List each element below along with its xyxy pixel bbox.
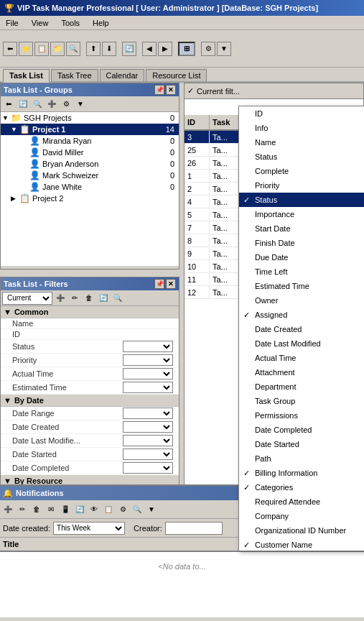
dropdown-item-finish-date[interactable]: Finish Date [239, 236, 364, 250]
notif-delete-btn[interactable]: 🗑 [30, 503, 43, 516]
groups-add-btn[interactable]: ➕ [45, 98, 58, 111]
notif-filter-date-select[interactable]: This Week Today Last Week This Month [53, 522, 125, 535]
dropdown-item-owner[interactable]: Owner [239, 293, 364, 308]
notif-creator-input[interactable] [165, 522, 223, 535]
dropdown-item-id[interactable]: ID [239, 106, 364, 121]
dropdown-item-department[interactable]: Department [239, 380, 364, 394]
toolbar-btn-8[interactable]: 🔄 [122, 42, 136, 56]
notif-edit-btn[interactable]: ✏ [16, 503, 29, 516]
groups-settings-btn[interactable]: ⚙ [60, 98, 73, 111]
tree-item-bryan[interactable]: 👤 Bryan Anderson 0 [1, 158, 179, 170]
dropdown-item-estimated-time[interactable]: Estimated Time [239, 279, 364, 293]
filter-select-date-last-modified[interactable] [123, 435, 173, 446]
panel-pin-btn[interactable]: 📌 [154, 85, 164, 95]
groups-search-btn[interactable]: 🔍 [31, 98, 44, 111]
dropdown-item-date-last-modified[interactable]: Date Last Modified [239, 336, 364, 351]
menu-item-tools[interactable]: Tools [58, 18, 83, 28]
groups-more-btn[interactable]: ▼ [74, 98, 87, 111]
toolbar-btn-6[interactable]: ⬆ [86, 42, 101, 56]
filter-delete-btn[interactable]: 🗑 [83, 292, 95, 305]
notif-add-btn[interactable]: ➕ [1, 503, 14, 516]
notif-filter-btn[interactable]: 🔍 [131, 503, 144, 516]
toolbar-btn-1[interactable]: ⬅ [3, 42, 17, 56]
tree-item-sgp[interactable]: ▼ 📁 SGH Projects 0 [1, 112, 179, 124]
dropdown-item-start-date[interactable]: Start Date [239, 221, 364, 236]
toolbar-btn-3[interactable]: 📋 [34, 42, 49, 56]
toolbar-btn-5[interactable]: 🔍 [66, 42, 80, 56]
dropdown-item-time-left[interactable]: Time Left [239, 264, 364, 279]
dropdown-item-task-group[interactable]: Task Group [239, 394, 364, 408]
notif-settings-btn[interactable]: ⚙ [116, 503, 129, 516]
tab-calendar[interactable]: Calendar [100, 69, 145, 81]
notif-mail-btn[interactable]: ✉ [45, 503, 57, 516]
toolbar-btn-12[interactable]: ⚙ [201, 42, 215, 56]
menu-item-help[interactable]: Help [90, 18, 112, 28]
toolbar-btn-7[interactable]: ⬇ [102, 42, 116, 56]
filter-select-actual-time[interactable] [123, 368, 173, 380]
filter-add-btn[interactable]: ➕ [54, 292, 67, 305]
notif-view-btn[interactable]: 👁 [88, 503, 101, 516]
dropdown-item-due-date[interactable]: Due Date [239, 250, 364, 264]
filter-close-btn[interactable]: ✕ [166, 279, 176, 289]
tree-item-project2[interactable]: ▶ 📋 Project 2 [1, 193, 179, 204]
filter-search-btn[interactable]: 🔍 [111, 292, 124, 305]
dropdown-item-customer-name[interactable]: ✓ Customer Name [239, 538, 364, 551]
dropdown-item-complete[interactable]: Complete [239, 164, 364, 178]
filter-select-priority[interactable] [123, 354, 173, 366]
filter-select-date-started[interactable] [123, 448, 173, 460]
groups-back-btn[interactable]: ⬅ [2, 98, 15, 111]
tree-item-jane[interactable]: 👤 Jane White 0 [1, 181, 179, 193]
dropdown-item-attachment[interactable]: Attachment [239, 365, 364, 380]
filter-refresh-btn[interactable]: 🔄 [97, 292, 110, 305]
dropdown-item-company[interactable]: Company [239, 509, 364, 523]
toolbar-btn-2[interactable]: ⭐ [19, 42, 33, 56]
dropdown-item-status-checked[interactable]: ✓ Status [239, 193, 364, 207]
dropdown-item-name[interactable]: Name [239, 135, 364, 150]
notif-refresh-btn[interactable]: 🔄 [73, 503, 86, 516]
filter-select-status[interactable] [123, 341, 173, 352]
filter-select-date-created[interactable] [123, 421, 173, 433]
dropdown-item-status-unchecked[interactable]: Status [239, 150, 364, 164]
tree-item-mark[interactable]: 👤 Mark Schweizer 0 [1, 170, 179, 181]
dropdown-item-date-started[interactable]: Date Started [239, 437, 364, 451]
dropdown-item-priority[interactable]: Priority [239, 178, 364, 193]
dropdown-item-permissions[interactable]: Permissions [239, 408, 364, 423]
notif-extra-btn[interactable]: ▼ [145, 503, 158, 516]
dropdown-item-required-attendee[interactable]: Required Attendee [239, 494, 364, 509]
dropdown-item-billing-info[interactable]: ✓ Billing Information [239, 466, 364, 480]
column-chooser-dropdown[interactable]: ID Info Name Status Complete Priority ✓ … [238, 106, 364, 551]
tab-resource-list[interactable]: Resource List [146, 69, 207, 81]
tab-task-tree[interactable]: Task Tree [51, 69, 98, 81]
dropdown-item-info[interactable]: Info [239, 121, 364, 135]
filter-select-est-time[interactable] [123, 382, 173, 393]
dropdown-item-date-completed[interactable]: Date Completed [239, 423, 364, 437]
toolbar-column-chooser[interactable]: ⊞ [178, 42, 195, 56]
dropdown-item-assigned[interactable]: ✓ Assigned [239, 308, 364, 322]
tree-item-david[interactable]: 👤 David Miller 0 [1, 147, 179, 158]
dropdown-item-importance[interactable]: Importance [239, 207, 364, 221]
filter-section-common[interactable]: ▼ Common [1, 306, 179, 318]
menu-item-view[interactable]: View [29, 18, 52, 28]
notif-sms-btn[interactable]: 📱 [59, 503, 72, 516]
filter-edit-btn[interactable]: ✏ [68, 292, 81, 305]
toolbar-btn-4[interactable]: 📁 [50, 42, 65, 56]
toolbar-btn-13[interactable]: ▼ [217, 42, 231, 56]
toolbar-btn-10[interactable]: ▶ [158, 42, 172, 56]
tree-item-miranda[interactable]: 👤 Miranda Ryan 0 [1, 135, 179, 147]
panel-close-btn[interactable]: ✕ [166, 85, 176, 95]
filter-select-date-completed[interactable] [123, 462, 173, 474]
notif-more-btn[interactable]: 📋 [102, 503, 115, 516]
filter-current-select[interactable]: Current All [2, 292, 52, 305]
toolbar-btn-9[interactable]: ◀ [142, 42, 157, 56]
task-tree-view[interactable]: ▼ 📁 SGH Projects 0 ▼ 📋 Project 1 14 👤 Mi… [1, 112, 179, 266]
menu-item-file[interactable]: File [3, 18, 22, 28]
groups-refresh-btn[interactable]: 🔄 [17, 98, 29, 111]
filter-pin-btn[interactable]: 📌 [154, 279, 164, 289]
dropdown-item-org-id[interactable]: Organizational ID Number [239, 523, 364, 538]
dropdown-item-actual-time[interactable]: Actual Time [239, 351, 364, 365]
dropdown-item-path[interactable]: Path [239, 451, 364, 466]
tree-item-project1[interactable]: ▼ 📋 Project 1 14 [1, 124, 179, 135]
tab-task-list[interactable]: Task List [3, 69, 50, 83]
col-header-id[interactable]: ID [185, 115, 210, 129]
dropdown-item-date-created[interactable]: Date Created [239, 322, 364, 336]
